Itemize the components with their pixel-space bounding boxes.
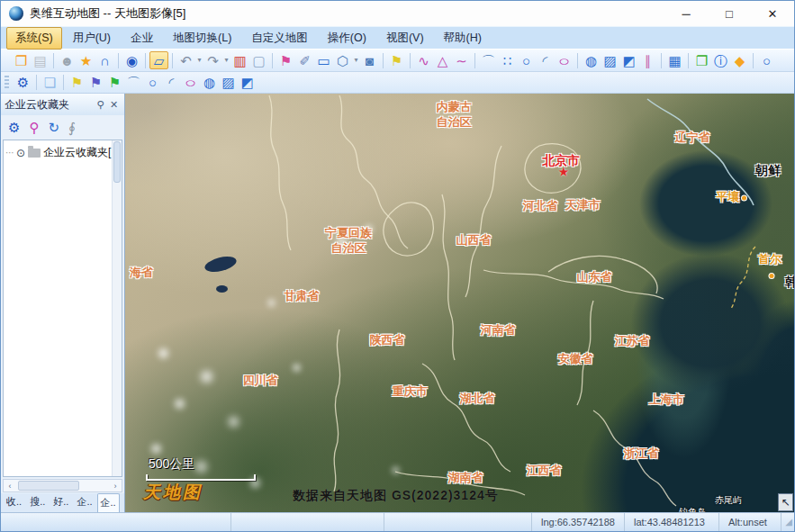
map-3d-icon[interactable]: ◉: [122, 51, 141, 69]
chat-icon[interactable]: ❐: [692, 51, 711, 69]
status-longitude: lng:66.35742188: [532, 513, 625, 531]
toolbar-separator: [753, 53, 754, 68]
panel-tab[interactable]: 好..: [50, 492, 72, 512]
menu-item[interactable]: 用户(U): [64, 27, 120, 50]
menu-item[interactable]: 企业: [122, 27, 162, 50]
arc-icon[interactable]: ⌒: [124, 74, 143, 92]
menu-item[interactable]: 自定义地图: [242, 27, 317, 50]
circle-icon[interactable]: ○: [517, 51, 536, 69]
filled-rect-icon[interactable]: ▨: [219, 74, 238, 92]
toolbar-separator: [53, 53, 54, 68]
filled-rect-icon[interactable]: ▨: [601, 51, 619, 69]
polygon-icon[interactable]: △: [433, 51, 452, 69]
panel-settings-icon[interactable]: ⚙: [8, 121, 20, 134]
undo-icon[interactable]: ↶: [176, 51, 195, 69]
redo-caret-icon[interactable]: ▾: [222, 51, 230, 69]
pin-green-icon[interactable]: ⚑: [105, 74, 124, 92]
resize-grip[interactable]: ◢: [781, 517, 794, 527]
corner-arrow-icon[interactable]: ↖: [778, 493, 793, 511]
open-folder-icon[interactable]: ❐: [12, 51, 31, 69]
circle-icon[interactable]: ○: [143, 74, 162, 92]
parallel-lines-icon[interactable]: ∥: [638, 51, 657, 69]
panel-close-icon[interactable]: ✕: [107, 99, 121, 111]
track-route-icon[interactable]: ∩: [95, 51, 114, 69]
tree-content: ⋯ ⊙ 企业云收藏夹[: [4, 140, 112, 476]
scrollbar-thumb[interactable]: [113, 141, 121, 183]
measure-area-icon[interactable]: ⬡: [333, 51, 352, 69]
info-icon[interactable]: ⓘ: [711, 51, 730, 69]
panel-refresh-icon[interactable]: ↻: [48, 121, 59, 134]
map-viewport[interactable]: 内蒙古 自治区 辽宁省 北京市 ★ 朝鲜 平壤 河北省 天津市 宁夏回族 自治区…: [125, 94, 794, 512]
measure-area-caret-icon[interactable]: ▾: [352, 51, 360, 69]
toolbar-separator: [172, 53, 173, 68]
filled-polygon-icon[interactable]: ◩: [619, 51, 638, 69]
polyline-icon[interactable]: ∿: [414, 51, 433, 69]
status-bar: lng:66.35742188 lat:43.48481213 Alt:unse…: [1, 512, 794, 531]
close-button[interactable]: ✕: [751, 1, 794, 26]
circle-partial-icon[interactable]: ○: [757, 51, 776, 69]
panel-pin-icon[interactable]: ⚲: [94, 99, 107, 111]
new-doc-icon[interactable]: ❏: [41, 74, 59, 92]
scale-bar: 500公里: [146, 456, 256, 481]
map-attribution: 数据来自天地图 GS(2022)3124号: [293, 488, 499, 504]
toolbar-grip-handle[interactable]: [5, 76, 9, 90]
panel-tab[interactable]: 搜..: [26, 492, 49, 512]
tree-vertical-scrollbar[interactable]: [112, 140, 122, 476]
tree-expander[interactable]: ⋯: [5, 148, 14, 158]
marquee-select-icon[interactable]: ▢: [249, 51, 268, 69]
tree-horizontal-scrollbar[interactable]: ‹ ›: [3, 479, 122, 492]
delete-icon[interactable]: ▥: [230, 51, 249, 69]
filled-circle-icon[interactable]: ◍: [582, 51, 601, 69]
undo-caret-icon[interactable]: ▾: [195, 51, 203, 69]
ellipse-icon[interactable]: ○: [176, 74, 205, 92]
ruler-icon[interactable]: ▭: [314, 51, 333, 69]
menu-item[interactable]: 操作(O): [319, 27, 375, 50]
menu-item[interactable]: 系统(S): [6, 27, 62, 50]
scatter-points-icon[interactable]: ∷: [498, 51, 517, 69]
maximize-button[interactable]: □: [708, 1, 751, 26]
pushpin-icon[interactable]: ⚑: [387, 51, 406, 69]
settings-gear-icon[interactable]: ⚙: [14, 74, 32, 92]
filled-polygon-icon[interactable]: ◩: [238, 74, 257, 92]
scrollbar-thumb[interactable]: [18, 481, 79, 491]
panel-search-icon[interactable]: ⚲: [29, 121, 39, 134]
panel-tab[interactable]: 企..: [73, 492, 95, 512]
panel-tab[interactable]: 企..: [97, 493, 120, 512]
placemark-icon[interactable]: ⚑: [276, 51, 295, 69]
panel-tab[interactable]: 收..: [3, 492, 25, 512]
vip-gem-icon[interactable]: ◆: [730, 51, 749, 69]
select-region-icon[interactable]: ▱: [149, 51, 168, 69]
tree-item-label: 企业云收藏夹[: [43, 145, 111, 160]
grid-table-icon[interactable]: ▦: [665, 51, 684, 69]
scrollbar-track[interactable]: [16, 480, 109, 491]
toolbar-separator: [36, 75, 37, 90]
arc-icon[interactable]: ⌒: [479, 51, 498, 69]
status-segment: [1, 513, 231, 531]
panel-attach-icon[interactable]: ∮: [68, 121, 76, 134]
users-icon[interactable]: ☻: [58, 51, 77, 69]
scroll-left-arrow[interactable]: ‹: [4, 482, 16, 491]
panel-toolbar: ⚙ ⚲ ↻ ∮: [1, 115, 124, 140]
save-icon[interactable]: ▤: [31, 51, 50, 69]
camera-icon[interactable]: ◙: [360, 51, 379, 69]
main-toolbar: ❐ ▤ ☻ ★ ∩ ◉ ▱ ↶ ▾ ↷ ▾ ▥: [1, 49, 794, 72]
favorites-tree: ⋯ ⊙ 企业云收藏夹[: [3, 140, 122, 477]
tree-item[interactable]: ⋯ ⊙ 企业云收藏夹[: [4, 140, 112, 160]
toolbar-separator: [118, 53, 119, 68]
menu-item[interactable]: 视图(V): [377, 27, 433, 50]
panel-title: 企业云收藏夹: [5, 97, 94, 113]
menu-item[interactable]: 地图切换(L): [164, 27, 240, 50]
redo-icon[interactable]: ↷: [203, 51, 222, 69]
scroll-right-arrow[interactable]: ›: [109, 482, 122, 491]
pin-yellow-icon[interactable]: ⚑: [68, 74, 86, 92]
curve-icon[interactable]: ∼: [452, 51, 471, 69]
menu-item[interactable]: 帮助(H): [435, 27, 491, 50]
toolbar-separator: [383, 53, 384, 68]
pin-blue-icon[interactable]: ⚑: [86, 74, 105, 92]
favorite-star-icon[interactable]: ★: [77, 51, 95, 69]
visibility-eye-icon[interactable]: ⊙: [16, 147, 25, 159]
ellipse-icon[interactable]: ○: [550, 51, 579, 69]
panel-tab-bar: 收.. 搜.. 好.. 企.. 企..: [1, 493, 124, 512]
minimize-button[interactable]: ─: [664, 1, 708, 26]
measure-distance-icon[interactable]: ✐: [295, 51, 314, 69]
